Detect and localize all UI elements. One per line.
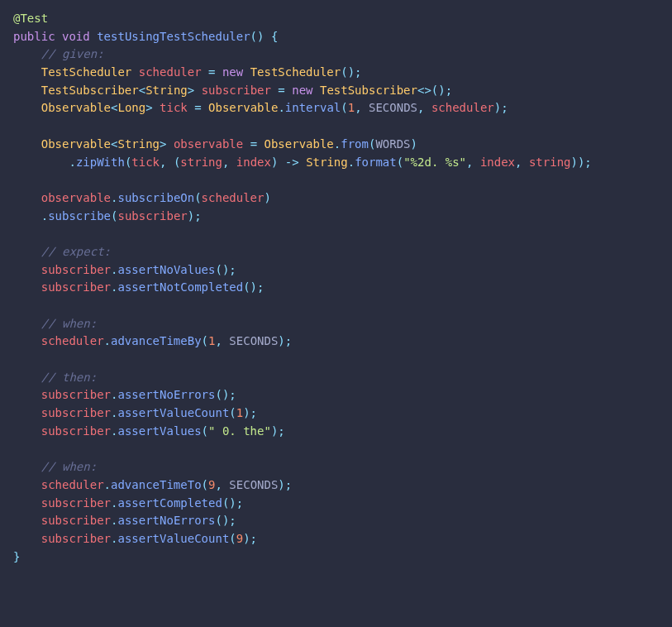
method-assertnovalues: assertNoValues: [117, 263, 215, 276]
paren: );: [243, 406, 257, 419]
const-words: WORDS: [375, 137, 410, 151]
const-seconds: SECONDS: [369, 101, 417, 114]
method-assertvaluecount: assertValueCount: [117, 406, 229, 419]
const-seconds: SECONDS: [229, 334, 278, 347]
brace-close: }: [13, 550, 20, 563]
type-long: Long: [117, 101, 145, 114]
method-assertnotcompleted: assertNotCompleted: [117, 280, 243, 294]
type-observable: Observable: [265, 137, 334, 151]
equals: =: [278, 84, 284, 97]
paren: );: [278, 478, 292, 491]
angle: >: [188, 84, 194, 97]
paren: (: [202, 334, 208, 347]
paren-open: (): [250, 30, 265, 43]
kw-void: void: [62, 30, 90, 43]
string-format: "%2d. %s": [403, 156, 466, 169]
method-subscribe: subscribe: [48, 209, 111, 223]
paren: );: [494, 101, 508, 114]
method-assertvalues: assertValues: [117, 424, 201, 438]
paren: ): [271, 156, 278, 169]
equals: =: [250, 137, 257, 151]
dot: .: [278, 101, 284, 114]
dot: .: [334, 137, 341, 151]
method-advancetimeto: advanceTimeTo: [111, 478, 202, 491]
paren: );: [188, 209, 202, 223]
dot: .: [41, 209, 48, 223]
comment-when: // when:: [41, 317, 97, 330]
comment-when: // when:: [41, 460, 97, 473]
var-subscriber: subscriber: [41, 406, 111, 419]
var-observable: observable: [41, 191, 111, 204]
var-scheduler: scheduler: [431, 101, 494, 114]
paren: (: [229, 532, 236, 545]
var-tick: tick: [160, 101, 188, 114]
comment-given: // given:: [41, 47, 104, 60]
dot: .: [104, 334, 111, 347]
arrow: ->: [285, 156, 299, 169]
paren: ();: [222, 496, 243, 510]
angle: <: [139, 84, 145, 97]
paren: ();: [215, 388, 236, 401]
type-testsubscriber: TestSubscriber: [320, 84, 417, 97]
var-subscriber: subscriber: [41, 388, 111, 401]
dot: .: [69, 156, 75, 169]
comment-then: // then:: [41, 371, 97, 384]
method-from: from: [341, 137, 369, 151]
diamond: <>();: [417, 84, 452, 97]
var-scheduler: scheduler: [139, 65, 202, 79]
var-index: index: [236, 156, 271, 169]
method-assertvaluecount: assertValueCount: [117, 532, 229, 545]
comma: ,: [160, 156, 166, 169]
var-subscriber: subscriber: [41, 496, 111, 510]
comma: ,: [215, 334, 222, 347]
paren: ): [264, 191, 270, 204]
dot: .: [104, 478, 111, 491]
method-declaration: testUsingTestScheduler: [97, 30, 250, 43]
comma: ,: [466, 156, 473, 169]
paren: ();: [243, 280, 264, 294]
type-testscheduler: TestScheduler: [41, 65, 132, 79]
equals: =: [208, 65, 215, 79]
var-scheduler: scheduler: [41, 334, 104, 347]
method-assertcompleted: assertCompleted: [117, 496, 222, 510]
method-zipwith: zipWith: [76, 156, 125, 169]
paren: (: [397, 156, 403, 169]
type-observable: Observable: [41, 137, 111, 151]
var-index: index: [480, 156, 515, 169]
angle: >: [160, 137, 166, 151]
paren: (: [341, 101, 347, 114]
var-observable: observable: [174, 137, 243, 151]
var-subscriber: subscriber: [41, 280, 111, 294]
method-assertnoerrors: assertNoErrors: [117, 514, 215, 527]
equals: =: [194, 101, 201, 114]
var-subscriber: subscriber: [117, 209, 187, 223]
num-1: 1: [348, 101, 355, 114]
comma: ,: [417, 101, 424, 114]
var-subscriber: subscriber: [202, 84, 271, 97]
method-subscribeon: subscribeOn: [117, 191, 194, 204]
paren: ));: [571, 156, 592, 169]
paren: ();: [341, 65, 361, 79]
var-string: string: [529, 156, 571, 169]
comment-expect: // expect:: [41, 245, 111, 258]
var-subscriber: subscriber: [41, 514, 111, 527]
paren: );: [271, 424, 285, 438]
var-subscriber: subscriber: [41, 424, 111, 438]
paren: ();: [215, 263, 236, 276]
code-block: @Test public void testUsingTestScheduler…: [0, 0, 672, 576]
paren: (: [202, 478, 208, 491]
method-advancetimeby: advanceTimeBy: [111, 334, 202, 347]
var-subscriber: subscriber: [41, 263, 111, 276]
dot: .: [348, 156, 355, 169]
comma: ,: [515, 156, 522, 169]
kw-new: new: [222, 65, 243, 79]
var-subscriber: subscriber: [41, 532, 111, 545]
var-tick: tick: [131, 156, 160, 169]
paren: ): [411, 137, 417, 151]
string-value: " 0. the": [208, 424, 271, 438]
num-1: 1: [236, 406, 243, 419]
num-9: 9: [236, 532, 243, 545]
paren: (: [229, 406, 236, 419]
paren: (: [194, 191, 201, 204]
comma: ,: [215, 478, 222, 491]
